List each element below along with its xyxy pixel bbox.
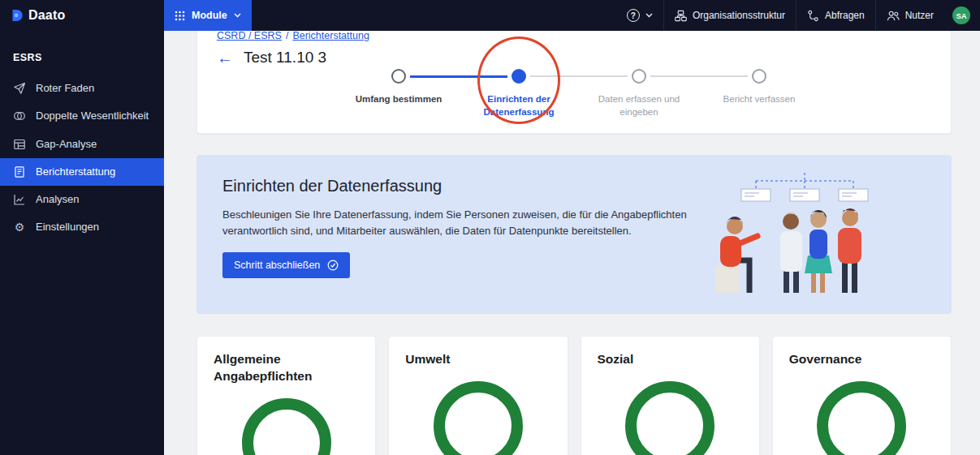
nav-label: Abfragen	[825, 10, 865, 21]
complete-step-button[interactable]: Schritt abschließen	[222, 252, 350, 278]
user-avatar[interactable]: SA	[952, 6, 970, 24]
category-card-allgemeine-angabepflichten[interactable]: Allgemeine Angabepflichten	[196, 336, 376, 455]
sidebar: ESRS Roter Faden Doppelte Wesentlichkeit…	[0, 31, 164, 455]
sidebar-section-title: ESRS	[0, 31, 164, 75]
chevron-down-icon	[645, 13, 653, 18]
category-donut-chart	[242, 398, 331, 455]
sidebar-nav: Roter Faden Doppelte Wesentlichkeit Gap-…	[0, 75, 164, 242]
category-title: Sozial	[598, 351, 743, 368]
step-circle-done	[391, 69, 406, 84]
sidebar-item-label: Doppelte Wesentlichkeit	[36, 109, 149, 122]
back-arrow-button[interactable]: ←	[217, 49, 233, 66]
nav-label: Organisationsstruktur	[693, 10, 785, 21]
category-donut-chart	[817, 381, 906, 455]
page-header-card: CSRD / ESRS/Berichterstattung ← Test 11.…	[196, 16, 952, 134]
grid-icon	[175, 11, 185, 21]
org-chart-icon	[675, 10, 687, 22]
category-cards: Allgemeine Angabepflichten Umwelt Sozial…	[196, 336, 952, 455]
step-circle-active	[512, 69, 526, 84]
sidebar-item-analysen[interactable]: Analysen	[0, 186, 164, 213]
sidebar-item-label: Einstellungen	[36, 221, 99, 234]
help-icon: ?	[627, 9, 640, 22]
chevron-down-icon	[234, 13, 241, 18]
step-circle-pending	[632, 69, 646, 84]
topbar-nav: ? Organisationsstruktur Abfragen	[616, 0, 980, 31]
main-content: CSRD / ESRS/Berichterstattung ← Test 11.…	[164, 0, 980, 455]
step-label: Einrichten der Datenerfassung	[464, 93, 574, 118]
sidebar-item-label: Analysen	[36, 193, 79, 206]
breadcrumb-separator: /	[286, 30, 288, 41]
title-row: ← Test 11.10 3	[217, 49, 931, 67]
module-label: Module	[192, 10, 227, 21]
sidebar-item-roter-faden[interactable]: Roter Faden	[0, 75, 164, 102]
check-circle-icon	[327, 260, 339, 271]
daato-logo-icon	[11, 9, 24, 22]
category-title: Governance	[789, 351, 935, 368]
daato-logo[interactable]: Daato	[0, 0, 164, 31]
category-title: Umwelt	[405, 351, 550, 368]
logo-text: Daato	[28, 8, 65, 23]
nav-abfragen[interactable]: Abfragen	[796, 0, 875, 31]
double-circles-icon	[13, 109, 26, 122]
breadcrumb-link-berichterstattung[interactable]: Berichterstattung	[292, 30, 369, 41]
step-label: Bericht verfassen	[705, 93, 814, 106]
category-card-sozial[interactable]: Sozial	[581, 336, 760, 455]
progress-stepper: Umfang bestimmen Einrichten der Datenerf…	[339, 69, 819, 118]
nav-label: Nutzer	[905, 10, 934, 21]
sidebar-item-einstellungen[interactable]: ⚙ Einstellungen	[0, 213, 164, 241]
module-menu-button[interactable]: Module	[164, 0, 252, 31]
line-chart-icon	[13, 193, 26, 206]
breadcrumb: CSRD / ESRS/Berichterstattung	[217, 30, 931, 41]
banner-body: Beschleunigen Sie Ihre Datenerfassung, i…	[222, 207, 697, 239]
step-bericht-verfassen[interactable]: Bericht verfassen	[699, 69, 819, 118]
paper-plane-icon	[13, 82, 26, 95]
step-circle-pending	[752, 69, 766, 84]
complete-step-label: Schritt abschließen	[234, 260, 320, 271]
category-donut-chart	[434, 381, 523, 455]
category-card-governance[interactable]: Governance	[772, 336, 952, 455]
breadcrumb-link-csrd-esrs[interactable]: CSRD / ESRS	[217, 30, 282, 41]
step-label: Umfang bestimmen	[344, 93, 454, 106]
users-icon	[887, 10, 900, 22]
category-title: Allgemeine Angabepflichten	[214, 351, 359, 385]
branch-icon	[807, 10, 819, 22]
document-icon	[13, 165, 26, 178]
nav-nutzer[interactable]: Nutzer	[875, 0, 944, 31]
sidebar-item-label: Gap-Analyse	[36, 138, 97, 151]
sidebar-item-label: Roter Faden	[36, 82, 94, 95]
sidebar-item-doppelte-wesentlichkeit[interactable]: Doppelte Wesentlichkeit	[0, 102, 164, 130]
category-donut-chart	[625, 381, 714, 455]
step-label: Daten erfassen und eingeben	[585, 93, 694, 118]
category-card-umwelt[interactable]: Umwelt	[388, 336, 568, 455]
gear-icon: ⚙	[13, 221, 26, 234]
table-grid-icon	[13, 138, 26, 151]
setup-banner: Einrichten der Datenerfassung Beschleuni…	[196, 155, 952, 314]
people-illustration	[714, 173, 896, 296]
page-title: Test 11.10 3	[244, 49, 326, 67]
topbar: Daato Module ? Organisationsstruktur	[0, 0, 980, 31]
help-menu-button[interactable]: ?	[616, 0, 663, 31]
sidebar-item-gap-analyse[interactable]: Gap-Analyse	[0, 131, 164, 158]
sidebar-item-berichterstattung[interactable]: Berichterstattung	[0, 158, 164, 186]
sidebar-item-label: Berichterstattung	[36, 165, 115, 178]
nav-organisationsstruktur[interactable]: Organisationsstruktur	[663, 0, 796, 31]
